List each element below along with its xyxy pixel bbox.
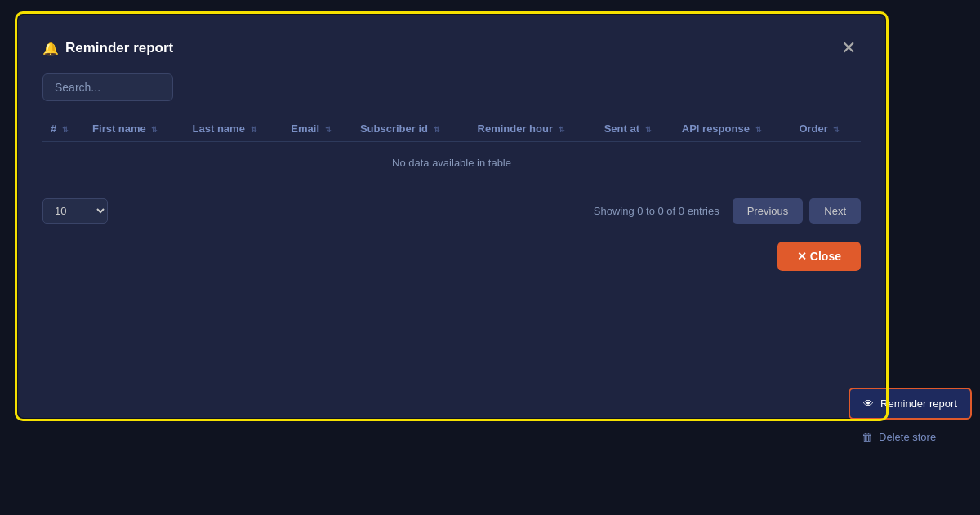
sort-icon-num[interactable]: ⇅ xyxy=(62,126,69,134)
table-footer: 10 25 50 100 Showing 0 to 0 of 0 entries… xyxy=(42,198,861,224)
sort-icon-subscriber-id[interactable]: ⇅ xyxy=(434,126,440,134)
next-button[interactable]: Next xyxy=(809,198,861,224)
col-subscriber-id: Subscriber id ⇅ xyxy=(352,116,470,142)
modal-close-x-button[interactable]: ✕ xyxy=(836,38,861,59)
col-order: Order ⇅ xyxy=(791,116,861,142)
bell-icon: 🔔 xyxy=(42,41,59,56)
data-table-wrapper: # ⇅ First name ⇅ Last name ⇅ Email ⇅ xyxy=(42,116,861,184)
eye-icon: 👁 xyxy=(863,397,874,410)
sort-icon-last-name[interactable]: ⇅ xyxy=(251,126,257,134)
col-num: # ⇅ xyxy=(42,116,84,142)
sort-icon-api-response[interactable]: ⇅ xyxy=(755,126,762,134)
previous-button[interactable]: Previous xyxy=(733,198,804,224)
pagination-buttons: Previous Next xyxy=(733,198,861,224)
no-data-row: No data available in table xyxy=(42,142,861,184)
sort-icon-first-name[interactable]: ⇅ xyxy=(151,126,158,134)
reminder-report-table: # ⇅ First name ⇅ Last name ⇅ Email ⇅ xyxy=(42,116,861,184)
sort-icon-sent-at[interactable]: ⇅ xyxy=(645,126,652,134)
sort-icon-order[interactable]: ⇅ xyxy=(833,126,840,134)
no-data-message: No data available in table xyxy=(42,142,861,184)
table-body: No data available in table xyxy=(42,142,861,184)
page-size-select[interactable]: 10 25 50 100 xyxy=(42,198,108,224)
top-nav-bar xyxy=(0,0,980,11)
col-last-name: Last name ⇅ xyxy=(185,116,283,142)
sort-icon-reminder-hour[interactable]: ⇅ xyxy=(559,126,565,134)
reminder-report-button[interactable]: 👁 Reminder report xyxy=(849,388,972,420)
table-header-row: # ⇅ First name ⇅ Last name ⇅ Email ⇅ xyxy=(42,116,861,142)
delete-store-button[interactable]: 🗑 Delete store xyxy=(849,424,972,450)
modal-actions: ✕ Close xyxy=(42,242,861,271)
reminder-report-label: Reminder report xyxy=(880,397,957,410)
modal-title-text: Reminder report xyxy=(65,40,173,56)
modal-header: 🔔 Reminder report ✕ xyxy=(42,38,861,59)
delete-store-label: Delete store xyxy=(879,431,936,443)
search-input[interactable] xyxy=(42,73,173,101)
col-email: Email ⇅ xyxy=(283,116,352,142)
modal-title: 🔔 Reminder report xyxy=(42,40,173,56)
bottom-right-panel: 👁 Reminder report 🗑 Delete store xyxy=(849,388,972,450)
table-header: # ⇅ First name ⇅ Last name ⇅ Email ⇅ xyxy=(42,116,861,142)
col-reminder-hour: Reminder hour ⇅ xyxy=(470,116,596,142)
col-api-response: API response ⇅ xyxy=(674,116,791,142)
trash-icon: 🗑 xyxy=(862,431,872,443)
reminder-report-modal: 🔔 Reminder report ✕ # ⇅ First name ⇅ xyxy=(18,15,885,418)
close-button[interactable]: ✕ Close xyxy=(777,242,861,271)
col-first-name: First name ⇅ xyxy=(84,116,185,142)
search-container xyxy=(42,73,861,101)
sort-icon-email[interactable]: ⇅ xyxy=(325,126,332,134)
col-sent-at: Sent at ⇅ xyxy=(596,116,674,142)
entries-info: Showing 0 to 0 of 0 entries xyxy=(594,205,719,217)
